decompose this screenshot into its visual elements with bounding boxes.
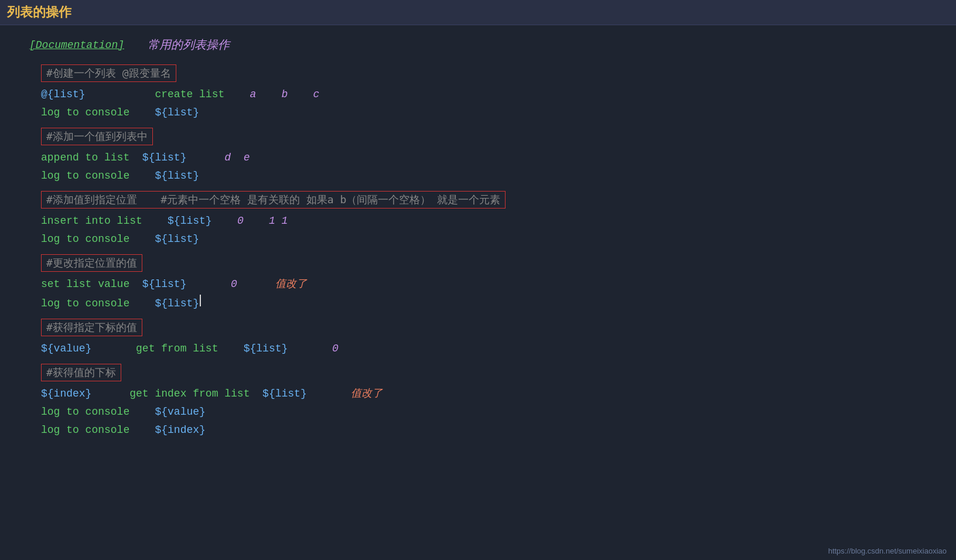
doc-line: [Documentation] 常用的列表操作 — [29, 37, 927, 53]
page-title: 列表的操作 — [7, 4, 71, 21]
doc-desc: 常用的列表操作 — [148, 37, 230, 53]
comment-create-list: #创建一个列表 @跟变量名 — [41, 64, 176, 82]
section-set-list: #更改指定位置的值 set list value ${list} 0 值改了 l… — [29, 254, 927, 313]
code-line-log5: log to console ${value} — [41, 403, 927, 421]
content-area: [Documentation] 常用的列表操作 #创建一个列表 @跟变量名 @{… — [0, 25, 956, 453]
code-line-log1: log to console ${list} — [41, 104, 927, 122]
code-line-get: ${value} get from list ${list} 0 — [41, 340, 927, 358]
footer-url: https://blog.csdn.net/sumeixiaoxiao — [828, 547, 947, 555]
comment-set-list: #更改指定位置的值 — [41, 254, 142, 272]
doc-link[interactable]: [Documentation] — [29, 39, 124, 51]
section-insert-list: #添加值到指定位置 #元素中一个空格 是有关联的 如果a b（间隔一个空格） 就… — [29, 191, 927, 248]
comment-append-list: #添加一个值到列表中 — [41, 128, 153, 145]
code-line-log3: log to console ${list} — [41, 230, 927, 248]
section-create-list: #创建一个列表 @跟变量名 @{list} create list a b c … — [29, 64, 927, 122]
section-append-list: #添加一个值到列表中 append to list ${list} d e lo… — [29, 128, 927, 185]
code-line-log6: log to console ${index} — [41, 421, 927, 439]
text-cursor — [200, 295, 201, 306]
title-bar: 列表的操作 — [0, 0, 956, 25]
comment-get-list: #获得指定下标的值 — [41, 319, 142, 336]
code-line-log2: log to console ${list} — [41, 167, 927, 185]
code-line-set: set list value ${list} 0 值改了 — [41, 275, 927, 293]
code-line-insert: insert into list ${list} 0 1 1 — [41, 212, 927, 230]
code-line-log4: log to console ${list} — [41, 293, 927, 313]
code-line-append: append to list ${list} d e — [41, 149, 927, 167]
section-get-list: #获得指定下标的值 ${value} get from list ${list}… — [29, 319, 927, 358]
code-line-get-index: ${index} get index from list ${list} 值改了 — [41, 385, 927, 403]
comment-get-index: #获得值的下标 — [41, 364, 121, 381]
code-line-create: @{list} create list a b c — [41, 86, 927, 104]
comment-insert-list: #添加值到指定位置 #元素中一个空格 是有关联的 如果a b（间隔一个空格） 就… — [41, 191, 506, 209]
section-get-index: #获得值的下标 ${index} get index from list ${l… — [29, 364, 927, 439]
